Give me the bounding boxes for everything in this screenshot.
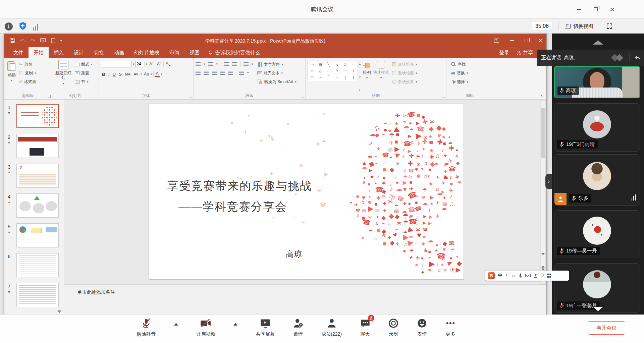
- shape-gallery-item[interactable]: ⌐: [327, 69, 329, 73]
- previous-slide-button[interactable]: [541, 266, 545, 270]
- shape-gallery-item[interactable]: ◠: [311, 75, 314, 79]
- shape-gallery-item[interactable]: ↘: [335, 62, 338, 67]
- slide-1-canvas[interactable]: 享受竞赛带来的乐趣与挑战 ——学科竞赛分享会 高琼 ✈✉☎■●☁♪◆☂◆▶✚✉♫…: [149, 104, 464, 280]
- record-button[interactable]: 录制: [388, 318, 398, 337]
- leave-meeting-button[interactable]: 离开会议: [588, 321, 625, 335]
- drawing-dialog-launcher[interactable]: [442, 95, 445, 98]
- redo-icon[interactable]: ↷: [31, 38, 35, 44]
- tab-view[interactable]: 视图: [184, 47, 205, 58]
- sogou-ime-toolbar[interactable]: S 中 °, ☺ ⛉: [485, 271, 569, 281]
- thumbnail-slide-6[interactable]: 6: [8, 253, 64, 277]
- meeting-info-icon[interactable]: i: [5, 22, 13, 31]
- line-spacing-icon[interactable]: [244, 62, 249, 66]
- start-slideshow-icon[interactable]: [40, 38, 46, 43]
- ime-emoji-icon[interactable]: ☺: [512, 273, 516, 278]
- bullets-icon[interactable]: [196, 62, 201, 66]
- ime-voice-icon[interactable]: [519, 273, 522, 278]
- replace-button[interactable]: ab替换▾: [451, 70, 468, 76]
- shape-effects-button[interactable]: 形状效果▾: [392, 78, 417, 85]
- sidebar-expand-handle[interactable]: ›: [545, 174, 552, 189]
- tab-file[interactable]: 文件: [8, 47, 29, 58]
- section-button[interactable]: 节▾: [75, 78, 93, 85]
- ime-keyboard-icon[interactable]: [525, 274, 531, 277]
- italic-icon[interactable]: I: [107, 71, 110, 77]
- shape-gallery-item[interactable]: △: [319, 68, 322, 73]
- ime-person-icon[interactable]: [534, 274, 538, 278]
- shape-gallery-item[interactable]: ⌒: [327, 75, 330, 80]
- invite-button[interactable]: 邀请: [293, 318, 303, 337]
- sidebar-collapse-up-icon[interactable]: [593, 40, 603, 45]
- columns-icon[interactable]: [239, 71, 244, 75]
- slide-thumbnail-panel[interactable]: 1★ 2★ 3★ 4★ 5★: [4, 100, 64, 315]
- switch-view-button[interactable]: 切换视图: [565, 23, 593, 30]
- character-spacing-icon[interactable]: AV: [133, 72, 140, 76]
- font-name-combobox[interactable]: [101, 61, 132, 67]
- tab-review[interactable]: 审阅: [164, 47, 184, 58]
- thumbnail-slide-7[interactable]: 7★: [8, 283, 64, 307]
- align-text-button[interactable]: 对齐文本▾: [257, 70, 297, 76]
- ppt-minimize-button[interactable]: [510, 40, 514, 41]
- participant-tile[interactable]: 19广3闫雨晴: [554, 103, 640, 152]
- slide-editing-canvas[interactable]: 享受竞赛带来的乐趣与挑战 ——学科竞赛分享会 高琼 ✈✉☎■●☁♪◆☂◆▶✚✉♫…: [64, 100, 546, 284]
- speaker-video-tile[interactable]: 高琼: [554, 66, 640, 98]
- start-video-button[interactable]: 开启视频: [196, 318, 215, 337]
- layout-button[interactable]: 版式▾: [75, 61, 93, 68]
- chat-button[interactable]: 2 聊天: [360, 318, 370, 337]
- find-button[interactable]: 查找: [451, 61, 468, 68]
- text-shadow-icon[interactable]: S: [118, 72, 123, 77]
- shape-gallery-scroll[interactable]: ▲▼⇟: [358, 61, 362, 93]
- reset-button[interactable]: 重置: [75, 70, 93, 76]
- save-icon[interactable]: [10, 38, 15, 43]
- unmute-button[interactable]: 解除静音: [137, 318, 156, 337]
- shape-gallery-item[interactable]: {: [344, 75, 346, 79]
- shape-gallery-item[interactable]: □: [344, 62, 346, 66]
- tab-slideshow[interactable]: 幻灯片放映: [129, 47, 164, 58]
- cut-button[interactable]: ✂剪切: [19, 61, 36, 68]
- thumbnail-slide-3[interactable]: 3★: [8, 164, 64, 188]
- increase-indent-icon[interactable]: [232, 62, 237, 66]
- numbering-icon[interactable]: [208, 62, 213, 66]
- notes-pane[interactable]: 单击此处添加备注 S 中 °, ☺ ⛉: [64, 284, 546, 315]
- smartart-button[interactable]: 转换为 SmartArt▾: [257, 78, 297, 85]
- shape-gallery-item[interactable]: ▭: [310, 62, 314, 67]
- grow-font-icon[interactable]: A˄: [148, 61, 155, 66]
- ppt-restore-button[interactable]: [525, 39, 528, 42]
- close-button[interactable]: ×: [609, 6, 616, 13]
- network-security-shield-icon[interactable]: [19, 22, 27, 31]
- emoji-button[interactable]: 表情: [417, 318, 427, 337]
- tab-design[interactable]: 设计: [69, 47, 89, 58]
- shape-gallery-item[interactable]: ▤: [319, 62, 322, 67]
- shape-gallery-item[interactable]: ⇨: [343, 68, 346, 73]
- quick-styles-button[interactable]: 快速样式▾: [372, 60, 390, 93]
- font-color-icon[interactable]: A: [155, 71, 160, 77]
- minimize-button[interactable]: [576, 6, 582, 13]
- participant-tile[interactable]: 19传—吴一丹: [554, 210, 640, 258]
- scroll-down-icon[interactable]: [541, 253, 545, 261]
- reply-arrow-icon[interactable]: [633, 54, 641, 61]
- font-dialog-launcher[interactable]: [189, 95, 192, 98]
- share-screen-button[interactable]: 共享屏幕: [256, 318, 275, 337]
- thumbnail-slide-2[interactable]: 2★: [8, 134, 64, 158]
- paste-button[interactable]: 粘贴▾: [6, 60, 17, 93]
- members-button[interactable]: 成员(222): [321, 318, 342, 337]
- justify-icon[interactable]: [220, 71, 225, 75]
- new-slide-button[interactable]: 新建幻灯片▾: [54, 60, 73, 93]
- bold-icon[interactable]: B: [101, 72, 106, 77]
- fullscreen-icon[interactable]: [607, 23, 612, 29]
- signal-strength-icon[interactable]: [33, 23, 38, 31]
- underline-icon[interactable]: U: [112, 72, 117, 77]
- clear-formatting-icon[interactable]: A✦: [165, 61, 172, 67]
- thumbnail-slide-1[interactable]: 1★: [8, 104, 64, 128]
- text-direction-button[interactable]: 文字方向▾: [257, 61, 297, 68]
- tab-transitions[interactable]: 切换: [89, 47, 109, 58]
- shape-gallery-item[interactable]: ↳: [335, 68, 338, 73]
- select-button[interactable]: 选择▾: [451, 78, 468, 85]
- align-right-icon[interactable]: [212, 71, 217, 75]
- ppt-close-button[interactable]: ×: [539, 37, 542, 44]
- sogou-logo-icon[interactable]: S: [488, 272, 495, 279]
- mic-options-caret[interactable]: [174, 323, 178, 326]
- shape-gallery-item[interactable]: ╲: [327, 62, 330, 67]
- font-size-combobox[interactable]: [136, 61, 145, 67]
- ime-punctuation-icon[interactable]: °,: [505, 273, 508, 278]
- tab-home[interactable]: 开始: [29, 47, 49, 58]
